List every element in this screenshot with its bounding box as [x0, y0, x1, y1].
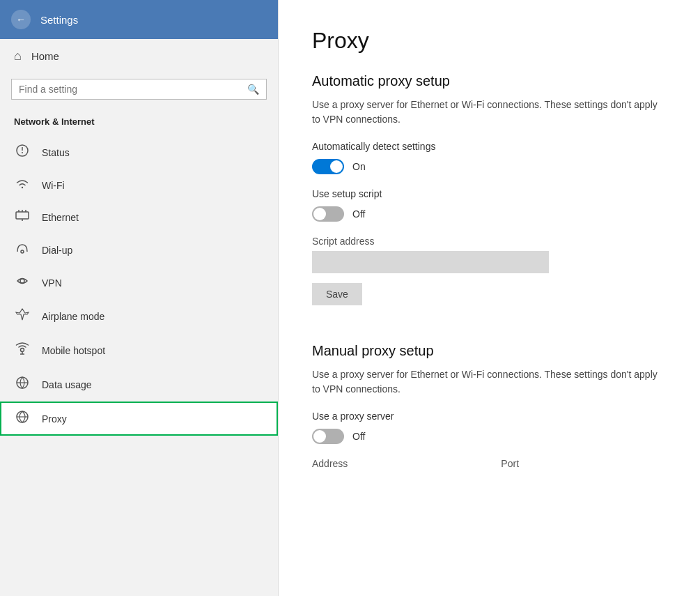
sidebar-item-ethernet[interactable]: Ethernet: [0, 201, 278, 234]
sidebar-item-ethernet-label: Ethernet: [42, 212, 79, 223]
auto-detect-toggle[interactable]: [312, 159, 344, 174]
search-box[interactable]: 🔍: [11, 79, 267, 100]
proxy-icon: [14, 410, 31, 427]
home-label: Home: [31, 50, 59, 62]
sidebar-item-proxy-label: Proxy: [42, 413, 67, 425]
sidebar-item-wifi[interactable]: Wi-Fi: [0, 169, 278, 201]
setup-script-toggle[interactable]: [312, 206, 344, 222]
back-icon: ←: [16, 14, 26, 25]
port-label: Port: [501, 458, 519, 469]
sidebar-item-dialup-label: Dial-up: [42, 245, 72, 256]
script-address-label: Script address: [312, 236, 667, 247]
data-icon: [14, 376, 31, 393]
sidebar-item-hotspot[interactable]: Mobile hotspot: [0, 333, 278, 367]
svg-point-9: [21, 250, 24, 253]
address-port-row: Address Port: [312, 458, 667, 469]
sidebar-item-vpn[interactable]: VPN: [0, 266, 278, 299]
proxy-server-toggle[interactable]: [312, 429, 344, 444]
search-input[interactable]: [19, 84, 242, 95]
setup-script-knob: [313, 208, 326, 220]
proxy-server-toggle-row: Off: [312, 429, 667, 444]
proxy-server-state: Off: [352, 431, 365, 442]
sidebar-item-status[interactable]: Status: [0, 135, 278, 169]
auto-section-description: Use a proxy server for Ethernet or Wi-Fi…: [312, 98, 667, 127]
svg-rect-4: [16, 212, 29, 219]
wifi-icon: [14, 178, 31, 192]
hotspot-icon: [14, 342, 31, 359]
home-icon: ⌂: [14, 49, 22, 63]
dialup-icon: [14, 242, 31, 258]
sidebar-item-data[interactable]: Data usage: [0, 367, 278, 402]
ethernet-icon: [14, 209, 31, 225]
manual-section-heading: Manual proxy setup: [312, 343, 667, 359]
proxy-server-knob: [313, 430, 326, 443]
sidebar-item-vpn-label: VPN: [42, 277, 62, 289]
svg-point-10: [20, 279, 24, 283]
sidebar-item-airplane[interactable]: Airplane mode: [0, 299, 278, 333]
setup-script-label: Use setup script: [312, 188, 667, 199]
home-nav-item[interactable]: ⌂ Home: [0, 39, 278, 73]
svg-point-2: [22, 152, 23, 153]
auto-detect-state: On: [352, 161, 366, 172]
sidebar-item-proxy[interactable]: Proxy: [0, 402, 278, 436]
sidebar-item-hotspot-label: Mobile hotspot: [42, 345, 105, 356]
svg-point-11: [21, 349, 24, 352]
sidebar-header: ← Settings: [0, 0, 278, 39]
sidebar-item-dialup[interactable]: Dial-up: [0, 234, 278, 266]
vpn-icon: [14, 275, 31, 291]
network-section-title: Network & Internet: [0, 111, 278, 135]
proxy-server-label: Use a proxy server: [312, 411, 667, 422]
search-icon: 🔍: [247, 84, 259, 95]
sidebar-item-airplane-label: Airplane mode: [42, 311, 104, 322]
status-icon: [14, 144, 31, 161]
auto-detect-label: Automatically detect settings: [312, 141, 667, 152]
main-content: Proxy Automatic proxy setup Use a proxy …: [279, 0, 700, 596]
script-address-input[interactable]: [312, 251, 549, 273]
manual-section-description: Use a proxy server for Ethernet or Wi-Fi…: [312, 367, 667, 397]
settings-title: Settings: [40, 14, 78, 26]
setup-script-toggle-row: Off: [312, 206, 667, 222]
save-button[interactable]: Save: [312, 283, 362, 305]
setup-script-state: Off: [352, 208, 365, 220]
auto-detect-toggle-row: On: [312, 159, 667, 174]
sidebar-item-status-label: Status: [42, 147, 70, 158]
svg-point-3: [22, 187, 23, 188]
page-title: Proxy: [312, 28, 667, 54]
airplane-icon: [14, 307, 31, 325]
back-button[interactable]: ←: [11, 10, 31, 29]
auto-detect-knob: [330, 160, 343, 173]
sidebar: ← Settings ⌂ Home 🔍 Network & Internet S…: [0, 0, 279, 596]
sidebar-item-data-label: Data usage: [42, 379, 92, 390]
auto-section-heading: Automatic proxy setup: [312, 73, 667, 89]
address-label: Address: [312, 458, 348, 469]
sidebar-item-wifi-label: Wi-Fi: [42, 180, 65, 191]
